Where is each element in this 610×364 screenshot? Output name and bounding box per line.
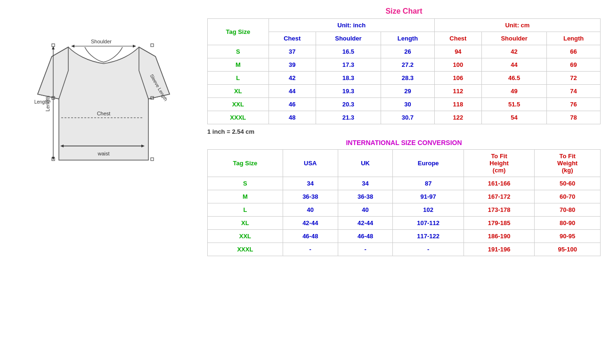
inch-length-cell: 30: [381, 98, 435, 111]
cm-chest-header: Chest: [434, 32, 481, 45]
intl-weight-cell: 70-80: [535, 203, 601, 217]
tshirt-svg: Shoulder Chest waist Length Length Sleev…: [24, 9, 184, 179]
intl-usa-cell: 42-44: [283, 217, 338, 230]
cm-shoulder-cell: 42: [481, 45, 546, 58]
intl-usa-cell: 46-48: [283, 230, 338, 243]
unit-inch-header: Unit: inch: [268, 19, 434, 32]
cm-length-cell: 66: [547, 45, 601, 58]
table-row: M 39 17.3 27.2 100 44 69: [208, 58, 601, 72]
table-row: L 42 18.3 28.3 106 46.5 72: [208, 72, 601, 85]
intl-tag-size-cell: XXL: [208, 230, 283, 243]
intl-uk-cell: 36-38: [338, 190, 393, 203]
inch-shoulder-cell: 18.3: [316, 72, 381, 85]
cm-length-header: Length: [547, 32, 601, 45]
cm-shoulder-cell: 46.5: [481, 72, 546, 85]
table-row: XXL 46-48 46-48 117-122 186-190 90-95: [208, 230, 601, 243]
intl-europe-cell: -: [393, 243, 464, 256]
tag-size-cell: XXXL: [208, 111, 269, 124]
right-panel: Size Chart Tag Size Unit: inch Unit: cm …: [203, 5, 605, 262]
cm-length-cell: 74: [547, 85, 601, 98]
intl-europe-cell: 91-97: [393, 190, 464, 203]
col-tag-size: Tag Size: [208, 19, 269, 45]
cm-length-cell: 76: [547, 98, 601, 111]
intl-europe-cell: 87: [393, 177, 464, 190]
svg-marker-22: [133, 45, 136, 48]
intl-col-fit-weight: To FitWeight(kg): [535, 150, 601, 177]
intl-usa-cell: -: [283, 243, 338, 256]
inch-length-header: Length: [381, 32, 435, 45]
inch-length-cell: 29: [381, 85, 435, 98]
intl-tag-size-cell: XXXL: [208, 243, 283, 256]
tag-size-cell: XXL: [208, 98, 269, 111]
intl-uk-cell: -: [338, 243, 393, 256]
inch-shoulder-cell: 21.3: [316, 111, 381, 124]
inch-length-cell: 28.3: [381, 72, 435, 85]
conversion-note: 1 inch = 2.54 cm: [207, 128, 601, 135]
inch-shoulder-cell: 19.3: [316, 85, 381, 98]
inch-chest-cell: 44: [268, 85, 316, 98]
size-chart-table: Tag Size Unit: inch Unit: cm Chest Shoul…: [207, 18, 601, 124]
cm-shoulder-cell: 54: [481, 111, 546, 124]
inch-shoulder-cell: 17.3: [316, 58, 381, 72]
intl-weight-cell: 60-70: [535, 190, 601, 203]
inch-chest-cell: 42: [268, 72, 316, 85]
intl-height-cell: 179-185: [464, 217, 534, 230]
intl-col-fit-height: To FitHeight(cm): [464, 150, 534, 177]
intl-weight-cell: 80-90: [535, 217, 601, 230]
intl-title: INTERNATIONAL SIZE CONVERSION: [207, 139, 601, 146]
unit-cm-header: Unit: cm: [434, 19, 600, 32]
intl-usa-cell: 36-38: [283, 190, 338, 203]
intl-uk-cell: 34: [338, 177, 393, 190]
inch-shoulder-cell: 20.3: [316, 98, 381, 111]
cm-chest-cell: 94: [434, 45, 481, 58]
cm-shoulder-cell: 44: [481, 58, 546, 72]
svg-marker-17: [52, 157, 55, 160]
svg-rect-1: [151, 44, 154, 47]
svg-text:Length: Length: [34, 99, 49, 105]
intl-europe-cell: 117-122: [393, 230, 464, 243]
inch-length-cell: 26: [381, 45, 435, 58]
cm-length-cell: 78: [547, 111, 601, 124]
table-row: XXXL - - - 191-196 95-100: [208, 243, 601, 256]
intl-col-europe: Europe: [393, 150, 464, 177]
intl-weight-cell: 50-60: [535, 177, 601, 190]
tshirt-diagram-panel: Shoulder Chest waist Length Length Sleev…: [5, 5, 203, 184]
intl-weight-cell: 90-95: [535, 230, 601, 243]
cm-length-cell: 69: [547, 58, 601, 72]
cm-shoulder-cell: 51.5: [481, 98, 546, 111]
intl-uk-cell: 42-44: [338, 217, 393, 230]
cm-length-cell: 72: [547, 72, 601, 85]
intl-uk-cell: 46-48: [338, 230, 393, 243]
intl-height-cell: 173-178: [464, 203, 534, 217]
table-row: XXXL 48 21.3 30.7 122 54 78: [208, 111, 601, 124]
intl-europe-cell: 107-112: [393, 217, 464, 230]
table-row: L 40 40 102 173-178 70-80: [208, 203, 601, 217]
tag-size-cell: M: [208, 58, 269, 72]
svg-text:Shoulder: Shoulder: [91, 39, 112, 44]
table-row: XL 42-44 42-44 107-112 179-185 80-90: [208, 217, 601, 230]
intl-height-cell: 161-166: [464, 177, 534, 190]
cm-chest-cell: 118: [434, 98, 481, 111]
intl-europe-cell: 102: [393, 203, 464, 217]
inch-chest-cell: 48: [268, 111, 316, 124]
inch-chest-cell: 39: [268, 58, 316, 72]
intl-col-tag-size: Tag Size: [208, 150, 283, 177]
table-row: M 36-38 36-38 91-97 167-172 60-70: [208, 190, 601, 203]
table-row: XXL 46 20.3 30 118 51.5 76: [208, 98, 601, 111]
svg-marker-21: [71, 45, 74, 48]
cm-shoulder-cell: 49: [481, 85, 546, 98]
intl-uk-cell: 40: [338, 203, 393, 217]
inch-shoulder-cell: 16.5: [316, 45, 381, 58]
intl-chart-table: Tag Size USA UK Europe To FitHeight(cm) …: [207, 149, 601, 256]
table-row: XL 44 19.3 29 112 49 74: [208, 85, 601, 98]
size-chart-title: Size Chart: [207, 7, 601, 16]
svg-text:waist: waist: [97, 151, 109, 156]
intl-col-usa: USA: [283, 150, 338, 177]
intl-col-uk: UK: [338, 150, 393, 177]
intl-height-cell: 167-172: [464, 190, 534, 203]
cm-chest-cell: 106: [434, 72, 481, 85]
svg-text:Chest: Chest: [97, 111, 111, 116]
inch-chest-header: Chest: [268, 32, 316, 45]
tag-size-cell: S: [208, 45, 269, 58]
tag-size-cell: L: [208, 72, 269, 85]
